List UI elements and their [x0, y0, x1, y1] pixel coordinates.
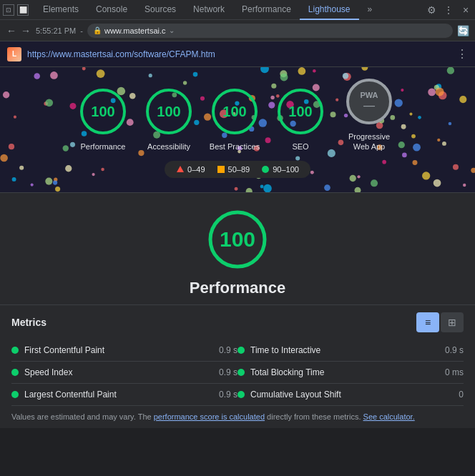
scores-section: 100 Performance 100 Accessibility 100 Be…	[0, 67, 475, 193]
metric-name-tbt: Total Blocking Time	[250, 367, 439, 377]
view-grid-icon: ⊞	[448, 317, 456, 328]
legend-item-0-49: 0–49	[176, 165, 205, 174]
seo-circle: 100	[275, 86, 326, 137]
tab-network[interactable]: Network	[185, 0, 233, 20]
metric-name-tti: Time to Interactive	[250, 345, 439, 355]
pwa-dash: —	[360, 99, 378, 112]
metric-dot-tti	[238, 347, 245, 354]
metric-total-blocking-time: Total Blocking Time 0 ms	[238, 362, 464, 384]
url-text: www.mastertsai.c	[104, 26, 166, 35]
metric-name-fcp: First Contentful Paint	[24, 345, 213, 355]
performance-circle: 100	[77, 86, 129, 137]
metric-name-si: Speed Index	[24, 367, 213, 377]
metrics-view-buttons: ≡ ⊞	[416, 312, 464, 332]
address-bar: ← → 5:55:21 PM - 🔒 www.mastertsai.c ⌄ 🔄	[0, 20, 475, 41]
close-icon[interactable]: ×	[459, 4, 472, 16]
address-input[interactable]: 🔒 www.mastertsai.c ⌄	[87, 24, 453, 38]
performance-score: 100	[91, 104, 114, 120]
tab-console[interactable]: Console	[87, 0, 136, 20]
metrics-header: Metrics ≡ ⊞	[0, 304, 475, 339]
metric-value-tbt: 0 ms	[445, 367, 464, 377]
score-pwa: PWA — Progressive Web App	[341, 76, 398, 152]
device-icon[interactable]: ⬜	[17, 4, 29, 16]
metric-dot-lcp	[11, 391, 19, 398]
perf-detail-circle: 100	[205, 207, 270, 272]
triangle-icon	[176, 165, 185, 174]
devtools-bar: ⊡ ⬜ Elements Console Sources Network Per…	[0, 0, 475, 20]
back-button[interactable]: ←	[6, 25, 17, 36]
score-accessibility: 100 Accessibility	[143, 86, 195, 152]
legend-range-90-100: 90–100	[273, 165, 299, 174]
best-practices-score: 100	[222, 104, 246, 120]
legend-range-0-49: 0–49	[187, 165, 205, 174]
forward-button[interactable]: →	[20, 25, 31, 36]
pwa-label: Progressive Web App	[341, 132, 398, 152]
metric-dot-fcp	[11, 347, 19, 354]
site-url-text: https://www.mastertsai.com/software/CFAP…	[27, 49, 451, 59]
pwa-circle: PWA —	[343, 76, 395, 127]
metric-speed-index: Speed Index 0.9 s	[11, 362, 238, 384]
score-performance: 100 Performance	[77, 86, 129, 152]
tab-sources[interactable]: Sources	[136, 0, 185, 20]
accessibility-score: 100	[157, 104, 180, 120]
accessibility-circle: 100	[143, 86, 195, 137]
footer-note: Values are estimated and may vary. The p…	[0, 406, 475, 428]
score-best-practices: 100 Best Practices	[209, 86, 260, 152]
legend-item-50-89: 50–89	[217, 165, 250, 174]
site-url-bar: L https://www.mastertsai.com/software/CF…	[0, 41, 475, 67]
metric-dot-cls	[238, 391, 245, 398]
square-icon	[217, 165, 225, 174]
address-time: 5:55:21 PM	[36, 26, 76, 35]
pwa-label-inner: PWA	[360, 91, 378, 99]
performance-label: Performance	[81, 142, 126, 152]
devtools-icons: ⊡ ⬜	[3, 4, 29, 16]
metric-name-cls: Cumulative Layout Shift	[250, 390, 453, 400]
perf-detail-score: 100	[220, 227, 255, 252]
best-practices-label: Best Practices	[210, 142, 260, 152]
tab-performance[interactable]: Performance	[233, 0, 300, 20]
metric-dot-tbt	[238, 369, 245, 376]
scores-row: 100 Performance 100 Accessibility 100 Be…	[14, 76, 461, 152]
footer-link-perf-score[interactable]: performance score is calculated	[154, 412, 265, 421]
circle-icon	[261, 165, 270, 174]
settings-icon[interactable]: ⚙	[425, 4, 438, 16]
metric-cumulative-layout-shift: Cumulative Layout Shift 0	[238, 384, 464, 406]
metric-first-contentful-paint: First Contentful Paint 0.9 s	[11, 339, 238, 362]
footer-link-calculator[interactable]: See calculator.	[363, 412, 415, 421]
refresh-button[interactable]: 🔄	[457, 25, 469, 36]
time-dash: -	[80, 26, 83, 35]
view-list-icon: ≡	[425, 317, 431, 328]
seo-label: SEO	[292, 142, 308, 152]
metric-name-lcp: Largest Contentful Paint	[24, 390, 213, 400]
accessibility-label: Accessibility	[147, 142, 190, 152]
address-nav: ← →	[6, 25, 31, 36]
footer-text-before: Values are estimated and may vary. The	[11, 412, 154, 421]
perf-detail: 100 Performance	[0, 193, 475, 304]
metric-value-lcp: 0.9 s	[219, 390, 238, 400]
site-favicon: L	[7, 47, 21, 61]
metric-value-cls: 0	[459, 390, 464, 400]
site-menu-icon[interactable]: ⋮	[456, 47, 468, 61]
footer-text-middle: directly from these metrics.	[265, 412, 363, 421]
best-practices-circle: 100	[209, 86, 260, 137]
metric-value-tti: 0.9 s	[445, 345, 464, 355]
metric-time-to-interactive: Time to Interactive 0.9 s	[238, 339, 464, 362]
view-grid-button[interactable]: ⊞	[441, 312, 464, 332]
legend-item-90-100: 90–100	[261, 165, 299, 174]
more-icon[interactable]: ⋮	[442, 4, 455, 16]
seo-score: 100	[288, 104, 312, 120]
metric-value-fcp: 0.9 s	[219, 345, 238, 355]
tab-lighthouse[interactable]: Lighthouse	[300, 0, 359, 20]
perf-detail-title: Performance	[190, 279, 286, 297]
metric-value-si: 0.9 s	[219, 367, 238, 377]
main-content: 100 Performance Metrics ≡ ⊞ First Conten…	[0, 193, 475, 428]
tab-elements[interactable]: Elements	[34, 0, 87, 20]
metric-dot-si	[11, 369, 19, 376]
devtools-right: ⚙ ⋮ ×	[425, 4, 472, 16]
view-list-button[interactable]: ≡	[416, 312, 439, 332]
inspect-icon[interactable]: ⊡	[3, 4, 14, 16]
tab-more[interactable]: »	[359, 0, 381, 20]
metrics-grid: First Contentful Paint 0.9 s Time to Int…	[0, 339, 475, 406]
devtools-tabs: Elements Console Sources Network Perform…	[34, 0, 425, 20]
legend-range-50-89: 50–89	[228, 165, 250, 174]
